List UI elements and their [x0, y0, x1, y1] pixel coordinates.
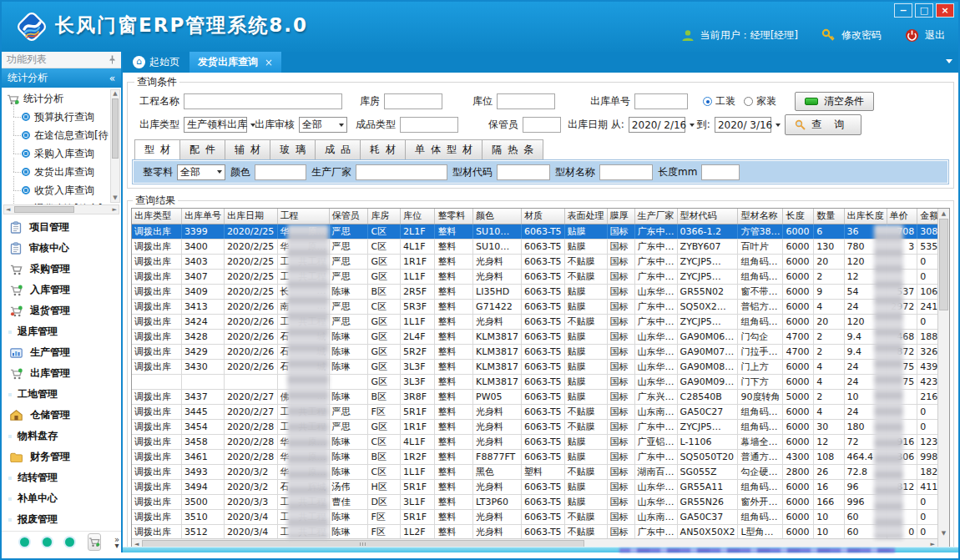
column-header-出库单号[interactable]: 出库单号 — [181, 209, 224, 224]
tab-shipping-outbound-query[interactable]: 发货出库查询 × — [189, 52, 281, 73]
column-header-型材代码[interactable]: 型材代码 — [677, 209, 738, 224]
sidebar-item-采购管理[interactable]: 采购管理 — [2, 259, 121, 280]
column-header-颜色[interactable]: 颜色 — [473, 209, 522, 224]
date-to-select[interactable]: 2020/ 3/16 — [715, 117, 771, 133]
column-header-型材名称[interactable]: 型材名称 — [738, 209, 783, 224]
tree-item[interactable]: 收货入库查询 — [7, 181, 109, 199]
table-row[interactable]: 调拨出库34002020/2/25华原…严思C区4L1F整料SU10…6063-… — [132, 239, 949, 254]
table-row[interactable]: 调拨出库34242020/2/26工共工程严思G区1L1F整料光身料6063-T… — [132, 314, 949, 329]
table-row[interactable]: G区3L3F整料KLM38176063-T5贴膜国标山东华…GA90M09…门下… — [132, 374, 949, 389]
column-header-工程[interactable]: 工程 — [277, 209, 329, 224]
column-header-材质[interactable]: 材质 — [521, 209, 564, 224]
table-row[interactable]: 调拨出库35102020/3/4工共工程陈琳F区5R1F整料光身料6063-T5… — [132, 509, 949, 524]
tab-home[interactable]: ⌂ 起始页 — [123, 52, 189, 73]
table-row[interactable]: 调拨出库34612020/2/28华原…陈琳B区1R2F整料F8877FT606… — [132, 449, 949, 464]
sidebar-item-生产管理[interactable]: 生产管理 — [2, 342, 121, 363]
quick-dot-icon[interactable] — [65, 537, 74, 547]
tree-item[interactable]: 发货出库查询 — [7, 163, 109, 181]
column-header-单价[interactable]: 单价 — [887, 209, 917, 224]
column-header-库房[interactable]: 库房 — [368, 209, 401, 224]
table-row[interactable]: 调拨出库34302020/2/26石城陈琳G区3L3F整料KLM38176063… — [132, 359, 949, 374]
filter-input-长度mm[interactable] — [701, 164, 740, 180]
material-tab-玻璃[interactable]: 玻璃 — [270, 139, 316, 160]
column-header-出库日期[interactable]: 出库日期 — [224, 209, 277, 224]
product-type-input[interactable] — [400, 117, 458, 133]
column-header-保管员[interactable]: 保管员 — [329, 209, 368, 224]
tree-vertical-scrollbar[interactable]: ▲▼ — [110, 89, 120, 203]
column-header-表面处理[interactable]: 表面处理 — [564, 209, 607, 224]
radio-gongzhuang[interactable]: 工装 — [703, 94, 735, 108]
table-row[interactable]: 调拨出库34092020/2/25长…陈琳B区2R5F整料LI35HD6063-… — [132, 284, 949, 299]
outbound-type-select[interactable]: 生产领料出库 — [184, 117, 247, 133]
sidebar-item-财务管理[interactable]: 财务管理 — [2, 446, 121, 467]
tree-horizontal-scrollbar[interactable]: ◄► — [3, 204, 119, 214]
location-input[interactable] — [497, 93, 555, 109]
tree-item[interactable]: 采购入库查询 — [7, 144, 109, 163]
column-header-出库长度[interactable]: 出库长度 — [844, 209, 887, 224]
sidebar-item-工地管理[interactable]: 工地管理 — [2, 384, 121, 405]
tab-overflow-caret-icon[interactable] — [946, 59, 952, 63]
quick-dot-icon[interactable] — [43, 537, 52, 547]
table-row[interactable]: 调拨出库34942020/3/2石辉城汤伟H区5R1F整料光身料6063-T5贴… — [132, 479, 949, 494]
quick-dot-icon[interactable] — [20, 537, 29, 547]
close-button[interactable]: × — [936, 3, 954, 18]
tree-item[interactable]: 预算执行查询 — [7, 108, 109, 126]
material-tab-耗材[interactable]: 耗材 — [361, 139, 406, 160]
sidebar-item-入库管理[interactable]: 入库管理 — [2, 280, 121, 300]
table-row[interactable]: 调拨出库34292020/2/26石城陈琳G区5R2F整料KLM38176063… — [132, 344, 949, 359]
sidebar-item-项目管理[interactable]: 项目管理 — [2, 217, 121, 238]
table-row[interactable]: 调拨出库34032020/2/25工共工程严思G区1R1F整料光身料6063-T… — [132, 254, 949, 269]
project-name-input[interactable] — [184, 93, 342, 109]
table-row[interactable]: 调拨出库34542020/2/28工共工程严思G区1R1F整料光身料6063-T… — [132, 419, 949, 434]
column-header-整零料[interactable]: 整零料 — [435, 209, 473, 224]
sidebar-item-审核中心[interactable]: 审核中心 — [2, 238, 121, 259]
sidebar-item-报废管理[interactable]: 报废管理 — [2, 509, 121, 530]
column-header-生产厂家[interactable]: 生产厂家 — [634, 209, 677, 224]
filter-select-整零料[interactable]: 全部 — [177, 164, 225, 180]
sidebar-item-退货管理[interactable]: 退货管理 — [2, 300, 121, 321]
column-header-出库类型[interactable]: 出库类型 — [132, 209, 181, 224]
table-row[interactable]: 调拨出库34452020/2/27工共工程严思F区5R1F整料光身料6063-T… — [132, 404, 949, 419]
column-header-数量[interactable]: 数量 — [814, 209, 844, 224]
pin-icon[interactable] — [109, 55, 116, 64]
table-row[interactable]: 调拨出库34132020/2/26南…严思C区5R3F整料G714226063-… — [132, 299, 949, 314]
sidebar-item-补单中心[interactable]: 补单中心 — [2, 488, 121, 509]
column-header-库位[interactable]: 库位 — [401, 209, 435, 224]
column-header-膜厚[interactable]: 膜厚 — [607, 209, 634, 224]
table-row[interactable]: 调拨出库34932020/3/2华原…陈琳C区1L1F整料黑色塑料不贴膜国标湖南… — [132, 464, 949, 479]
table-row[interactable]: 调拨出库33992020/2/25华原…严思C区2L1F整料SU10…6063-… — [132, 224, 949, 239]
logout-link[interactable]: 退出 — [925, 28, 945, 43]
tab-close-icon[interactable]: × — [265, 57, 273, 68]
material-tab-辅材[interactable]: 辅材 — [225, 139, 270, 160]
tree-item[interactable]: 在途信息查询[待 — [7, 126, 109, 144]
collapse-icon[interactable]: « — [109, 73, 115, 84]
clear-conditions-button[interactable]: 清空条件 — [795, 92, 874, 111]
sidebar-item-退库管理[interactable]: 退库管理 — [2, 321, 121, 342]
sidebar-item-结转管理[interactable]: 结转管理 — [2, 467, 121, 488]
filter-input-颜色[interactable] — [255, 164, 306, 180]
cart-quick-button[interactable] — [88, 533, 101, 551]
table-row[interactable]: 调拨出库34072020/2/25工共工程严思G区1L1F整料光身料6063-T… — [132, 269, 949, 284]
table-vertical-scrollbar[interactable]: ▲▼ — [937, 209, 949, 547]
table-row[interactable]: 调拨出库34372020/2/27佛…陈琳B区3R8F整料PW056063-T5… — [132, 389, 949, 404]
table-row[interactable]: 调拨出库34282020/2/26石城陈琳G区2L4F整料KLM38176063… — [132, 329, 949, 344]
date-from-select[interactable]: 2020/ 2/16 — [629, 117, 685, 133]
sidebar-more-button[interactable]: »▾ — [114, 537, 119, 548]
order-no-input[interactable] — [634, 93, 688, 109]
radio-jiazhuang[interactable]: 家装 — [744, 94, 776, 108]
table-row[interactable]: 调拨出库34582020/2/28华原…陈琳C区4L1F整料光身料6063-T5… — [132, 434, 949, 449]
sidebar-item-物料盘存[interactable]: 物料盘存 — [2, 426, 121, 446]
table-row[interactable]: 调拨出库35122020/3/4工共工程陈琳F区1L2F整料光身料6063-T5… — [132, 524, 949, 539]
filter-input-生产厂家[interactable] — [356, 164, 447, 180]
tree-root[interactable]: 统计分析 — [7, 90, 109, 108]
keeper-input[interactable] — [523, 117, 561, 133]
minimize-button[interactable]: − — [894, 3, 912, 18]
material-tab-型材[interactable]: 型材 — [134, 139, 180, 160]
column-header-长度[interactable]: 长度 — [783, 209, 814, 224]
statistics-section-header[interactable]: 统计分析 « — [2, 68, 121, 88]
material-tab-单体型材[interactable]: 单体型材 — [406, 139, 483, 160]
filter-input-型材名称[interactable] — [599, 164, 653, 180]
sidebar-item-出库管理[interactable]: 出库管理 — [2, 363, 121, 384]
sidebar-item-仓储管理[interactable]: 仓储管理 — [2, 405, 121, 426]
material-tab-成品[interactable]: 成品 — [316, 139, 361, 160]
